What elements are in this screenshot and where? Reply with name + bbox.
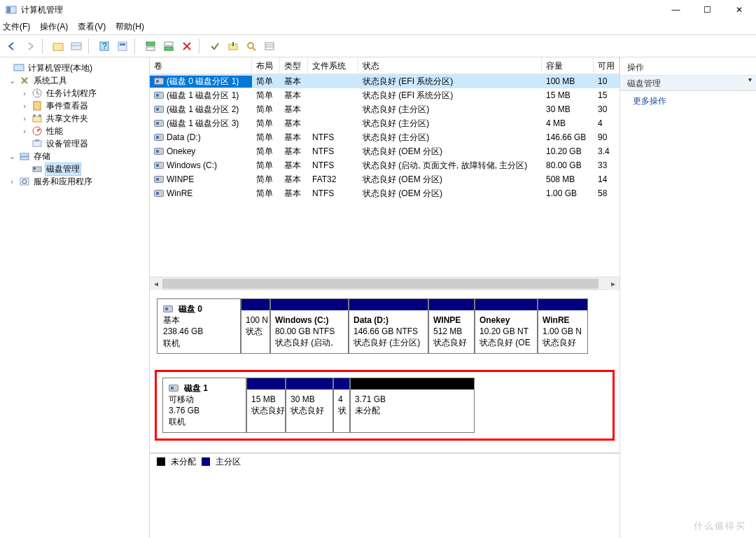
volume-row[interactable]: Windows (C:)简单基本NTFS状态良好 (启动, 页面文件, 故障转储… (150, 158, 620, 172)
tree-systools[interactable]: ⌄系统工具 (0, 74, 149, 87)
shared-icon (31, 113, 43, 124)
volume-row[interactable]: (磁盘 1 磁盘分区 1)简单基本状态良好 (EFI 系统分区)15 MB15 (150, 88, 620, 102)
volume-row[interactable]: (磁盘 1 磁盘分区 2)简单基本状态良好 (主分区)30 MB30 (150, 102, 620, 116)
find-icon[interactable] (242, 37, 260, 55)
tree-services[interactable]: ›服务和应用程序 (0, 175, 149, 188)
volume-row[interactable]: (磁盘 1 磁盘分区 3)简单基本状态良好 (主分区)4 MB4 (150, 116, 620, 130)
volume-cell: 状态良好 (启动, 页面文件, 故障转储, 主分区) (358, 160, 542, 172)
help-icon[interactable]: ? (95, 37, 113, 55)
delete-icon[interactable] (178, 37, 196, 55)
maximize-button[interactable]: ☐ (692, 0, 723, 20)
actions-header: 操作 (620, 57, 756, 76)
menu-file[interactable]: 文件(F) (3, 21, 30, 33)
legend-primary-label: 主分区 (216, 456, 241, 468)
volume-cell: (磁盘 1 磁盘分区 1) (150, 90, 252, 102)
partition[interactable]: Windows (C:)80.00 GB NTFS状态良好 (启动, (270, 298, 349, 354)
volume-row[interactable]: Onekey简单基本NTFS状态良好 (OEM 分区)10.20 GB3.4 (150, 144, 620, 158)
svg-rect-10 (146, 47, 155, 50)
tree-shared[interactable]: ›共享文件夹 (0, 112, 149, 125)
col-volume[interactable]: 卷 (150, 57, 252, 74)
tree-scheduler[interactable]: ›任务计划程序 (0, 87, 149, 99)
volume-row[interactable]: WinRE简单基本NTFS状态良好 (OEM 分区)1.00 GB58 (150, 186, 620, 200)
forward-button[interactable] (21, 37, 39, 55)
volume-cell: 14 (594, 174, 620, 184)
partition[interactable]: 30 MB状态良好 (286, 378, 333, 433)
properties-icon[interactable] (113, 37, 132, 55)
volume-cell: 状态良好 (OEM 分区) (358, 174, 542, 186)
volume-row[interactable]: Data (D:)简单基本NTFS状态良好 (主分区)146.66 GB90 (150, 130, 620, 144)
tree-perf[interactable]: ›性能 (0, 125, 149, 137)
volume-cell: 10 (594, 76, 620, 86)
col-status[interactable]: 状态 (358, 57, 542, 74)
partition[interactable]: WINPE512 MB状态良好 (428, 298, 475, 354)
volume-row[interactable]: (磁盘 0 磁盘分区 1)简单基本状态良好 (EFI 系统分区)100 MB10 (150, 74, 620, 88)
col-fs[interactable]: 文件系统 (308, 57, 358, 74)
partition[interactable]: Data (D:)146.66 GB NTFS状态良好 (主分区) (349, 298, 428, 354)
volume-cell: Windows (C:) (150, 160, 252, 170)
tree-devmgr[interactable]: 设备管理器 (0, 137, 149, 150)
volume-cell: NTFS (308, 188, 358, 198)
volume-cell: 状态良好 (主分区) (358, 132, 542, 144)
minimize-button[interactable]: — (660, 0, 692, 20)
volume-cell: Data (D:) (150, 132, 252, 142)
back-button[interactable] (3, 37, 21, 55)
tree-storage[interactable]: ⌄存储 (0, 150, 149, 163)
partition[interactable]: WinRE1.00 GB N状态良好 (538, 298, 588, 354)
partition[interactable]: 4状 (333, 378, 350, 433)
partition[interactable]: 100 N状态 (241, 298, 270, 354)
partition[interactable]: Onekey10.20 GB NT状态良好 (OE (475, 298, 538, 354)
volume-cell: 90 (594, 132, 620, 142)
volume-cell: 基本 (280, 90, 308, 102)
menu-view[interactable]: 查看(V) (78, 21, 106, 33)
partition[interactable]: 15 MB状态良好 (246, 378, 286, 433)
volume-row[interactable]: WINPE简单基本FAT32状态良好 (OEM 分区)508 MB14 (150, 172, 620, 186)
tree-root[interactable]: 计算机管理(本地) (0, 62, 149, 74)
volume-header: 卷 布局 类型 文件系统 状态 容量 可用 (150, 57, 620, 74)
check-icon[interactable] (206, 37, 224, 55)
partition[interactable]: 3.71 GB未分配 (350, 378, 475, 433)
svg-rect-29 (20, 157, 29, 160)
scroll-thumb[interactable] (162, 279, 598, 289)
actions-tab[interactable]: 磁盘管理 (620, 76, 756, 91)
volume-cell: 基本 (280, 118, 308, 130)
col-free[interactable]: 可用 (594, 57, 620, 74)
volume-cell: NTFS (308, 146, 358, 156)
scroll-left-icon[interactable]: ◂ (150, 277, 162, 290)
svg-rect-22 (33, 116, 41, 122)
svg-point-23 (33, 114, 36, 117)
volume-cell: 1.00 GB (542, 188, 594, 198)
menu-help[interactable]: 帮助(H) (115, 21, 144, 33)
scan-icon[interactable] (224, 37, 242, 55)
volume-cell: 简单 (252, 188, 280, 200)
volume-cell: 基本 (280, 160, 308, 172)
tree-diskmgmt[interactable]: 磁盘管理 (0, 163, 149, 175)
tree-eventviewer[interactable]: ›事件查看器 (0, 99, 149, 112)
toggle-top-icon[interactable] (141, 37, 160, 55)
storage-icon (19, 151, 30, 162)
toggle-bottom-icon[interactable] (160, 37, 178, 55)
col-layout[interactable]: 布局 (252, 57, 280, 74)
volume-cell: 80.00 GB (542, 160, 594, 170)
volume-scrollbar[interactable]: ◂ ▸ (150, 277, 620, 289)
volume-list: 卷 布局 类型 文件系统 状态 容量 可用 (磁盘 0 磁盘分区 1)简单基本状… (150, 57, 620, 290)
app-icon (6, 4, 17, 15)
scroll-right-icon[interactable]: ▸ (607, 277, 620, 290)
list-icon[interactable] (260, 37, 279, 55)
svg-rect-12 (164, 47, 173, 50)
svg-text:?: ? (102, 41, 107, 51)
watermark: 什么值得买 (694, 520, 746, 532)
menubar: 文件(F) 操作(A) 查看(V) 帮助(H) (0, 20, 756, 35)
col-capacity[interactable]: 容量 (542, 57, 594, 74)
menu-action[interactable]: 操作(A) (40, 21, 68, 33)
disk-partitions: 15 MB状态良好30 MB状态良好4状3.71 GB未分配 (246, 378, 607, 433)
actions-more[interactable]: 更多操作 (620, 91, 756, 111)
svg-rect-8 (120, 43, 125, 46)
view-icon[interactable] (67, 37, 85, 55)
svg-rect-1 (7, 7, 10, 13)
close-button[interactable]: ✕ (723, 0, 755, 20)
disk-info[interactable]: 磁盘 1可移动3.76 GB联机 (162, 378, 246, 433)
volume-cell: 30 MB (542, 104, 594, 114)
folder-up-icon[interactable] (49, 37, 67, 55)
col-type[interactable]: 类型 (280, 57, 308, 74)
disk-info[interactable]: 磁盘 0基本238.46 GB联机 (157, 298, 241, 354)
